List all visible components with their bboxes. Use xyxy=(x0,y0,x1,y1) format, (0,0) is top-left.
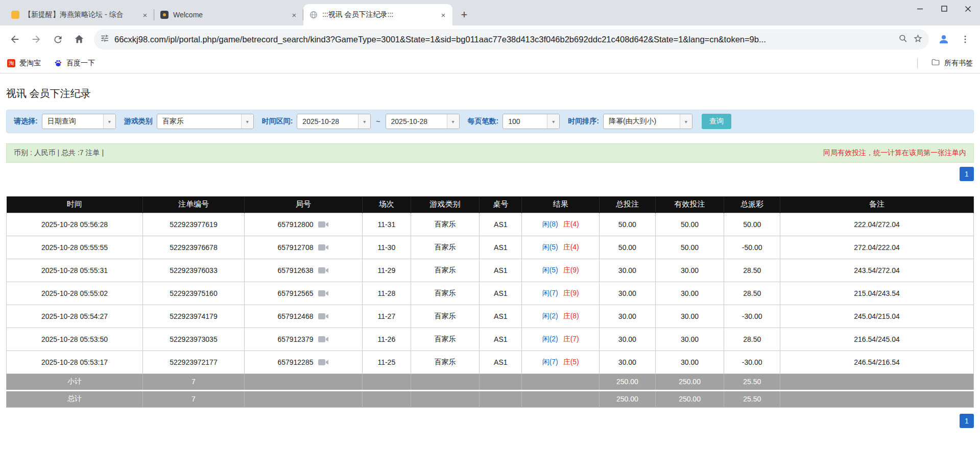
cell-session: 11-30 xyxy=(362,236,411,259)
cell-session: 11-26 xyxy=(362,328,411,350)
close-icon[interactable] xyxy=(956,0,980,17)
address-bar[interactable]: 66cxkj98.com/ipl/portal.php/game/betreco… xyxy=(94,29,929,49)
menu-dots-icon[interactable] xyxy=(955,30,975,49)
round-number: 657912800 xyxy=(277,220,313,229)
cell-payout: -30.00 xyxy=(724,350,780,373)
bookmark-star-icon[interactable] xyxy=(913,34,923,45)
pagination-bottom: 1 xyxy=(6,414,974,428)
page-content: 视讯 会员下注纪录 请选择: 日期查询 ▾ 游戏类别 百家乐 ▾ 时间区间: 2… xyxy=(0,73,980,428)
result-banker: 庄(8) xyxy=(563,312,579,320)
cell-payout: -50.00 xyxy=(724,236,780,259)
bookmark-baidu[interactable]: 百度一下 xyxy=(54,59,95,68)
search-button[interactable]: 查询 xyxy=(702,114,731,129)
tab-welcome[interactable]: Welcome × xyxy=(154,4,303,26)
date-from-select[interactable]: 2025-10-28 ▾ xyxy=(297,114,371,129)
result-banker: 庄(4) xyxy=(563,243,579,251)
tab-title: :::视讯 会员下注纪录::: xyxy=(322,10,434,19)
home-icon[interactable] xyxy=(69,30,89,49)
all-bookmarks-button[interactable]: 所有书签 xyxy=(931,58,973,68)
page-size-select[interactable]: 100 ▾ xyxy=(503,114,560,129)
replay-video-icon[interactable] xyxy=(318,220,329,229)
replay-video-icon[interactable] xyxy=(318,289,329,297)
chevron-down-icon[interactable]: ▾ xyxy=(103,114,115,129)
chevron-down-icon[interactable]: ▾ xyxy=(680,114,692,129)
page-1-button[interactable]: 1 xyxy=(960,167,974,181)
sort-select[interactable]: 降幂(由大到小) ▾ xyxy=(603,114,692,129)
minimize-icon[interactable] xyxy=(908,0,932,17)
cell-total-bet[interactable]: 50.00 xyxy=(599,213,655,236)
result-banker: 庄(4) xyxy=(563,220,579,228)
site-settings-icon[interactable] xyxy=(100,34,109,45)
welcome-favicon-icon xyxy=(160,11,169,19)
chevron-down-icon[interactable]: ▾ xyxy=(447,114,459,129)
subtotal-label: 小计 xyxy=(7,373,143,390)
replay-video-icon[interactable] xyxy=(318,312,329,320)
tab-forum[interactable]: 【新提醒】海燕策略论坛 - 综合 × xyxy=(5,4,154,26)
browser-toolbar: 66cxkj98.com/ipl/portal.php/game/betreco… xyxy=(0,26,980,53)
replay-video-icon[interactable] xyxy=(318,266,329,274)
cell-valid-bet: 50.00 xyxy=(655,236,724,259)
column-header: 备注 xyxy=(780,196,974,213)
url-input[interactable]: 66cxkj98.com/ipl/portal.php/game/betreco… xyxy=(114,35,893,44)
page-1-button[interactable]: 1 xyxy=(960,414,974,428)
tab-bet-records[interactable]: :::视讯 会员下注纪录::: × xyxy=(303,4,452,26)
cell-note: 243.54/272.04 xyxy=(780,259,974,282)
result-banker: 庄(7) xyxy=(563,335,579,343)
cell-round: 657912379 xyxy=(244,328,362,350)
cell-table-number: AS1 xyxy=(480,213,522,236)
result-player: 闲(2) xyxy=(542,312,558,320)
cell-total-bet[interactable]: 30.00 xyxy=(599,350,655,373)
total-count: 7 xyxy=(143,390,245,407)
bookmarks-bar: 淘 爱淘宝 百度一下 所有书签 xyxy=(0,53,980,73)
cell-total-bet[interactable]: 50.00 xyxy=(599,236,655,259)
table-row: 2025-10-28 05:55:55 522923976678 6579127… xyxy=(7,236,974,259)
replay-video-icon[interactable] xyxy=(318,358,329,366)
folder-icon xyxy=(931,58,940,68)
game-type-select[interactable]: 百家乐 ▾ xyxy=(157,114,254,129)
replay-video-icon[interactable] xyxy=(318,243,329,252)
bookmark-aitaobao[interactable]: 淘 爱淘宝 xyxy=(7,59,41,68)
cell-total-bet[interactable]: 30.00 xyxy=(599,259,655,282)
forward-icon[interactable] xyxy=(27,30,46,49)
cell-valid-bet: 30.00 xyxy=(655,350,724,373)
query-type-select[interactable]: 日期查询 ▾ xyxy=(42,114,116,129)
table-row: 2025-10-28 05:53:50 522923973035 6579123… xyxy=(7,328,974,350)
tab-close-icon[interactable]: × xyxy=(438,10,448,20)
pagination-top: 1 xyxy=(6,167,974,181)
cell-bet-id: 522923976033 xyxy=(143,259,245,282)
column-header: 总投注 xyxy=(599,196,655,213)
cell-total-bet[interactable]: 30.00 xyxy=(599,305,655,328)
date-to-select[interactable]: 2025-10-28 ▾ xyxy=(386,114,460,129)
tab-close-icon[interactable]: × xyxy=(140,10,150,20)
cell-session: 11-28 xyxy=(362,282,411,305)
maximize-icon[interactable] xyxy=(932,0,956,17)
cell-bet-id: 522923973035 xyxy=(143,328,245,350)
cell-note: 222.04/272.04 xyxy=(780,213,974,236)
table-row: 2025-10-28 05:53:17 522923972177 6579122… xyxy=(7,350,974,373)
cell-bet-id: 522923975160 xyxy=(143,282,245,305)
new-tab-button[interactable]: + xyxy=(457,7,472,22)
date-to-value: 2025-10-28 xyxy=(386,114,447,129)
bet-records-table: 时间注单编号局号场次游戏类别桌号结果总投注有效投注总派彩备注 2025-10-2… xyxy=(6,196,974,408)
chevron-down-icon[interactable]: ▾ xyxy=(358,114,370,129)
chevron-down-icon[interactable]: ▾ xyxy=(547,114,559,129)
bookmarks-divider xyxy=(917,58,918,68)
back-icon[interactable] xyxy=(5,30,25,49)
replay-video-icon[interactable] xyxy=(318,335,329,343)
profile-avatar[interactable] xyxy=(934,30,953,49)
cell-game-type: 百家乐 xyxy=(411,236,479,259)
result-banker: 庄(9) xyxy=(563,289,579,297)
tab-close-icon[interactable]: × xyxy=(289,10,299,20)
page-title: 视讯 会员下注纪录 xyxy=(6,73,974,110)
chevron-down-icon[interactable]: ▾ xyxy=(241,114,253,129)
sort-label: 时间排序: xyxy=(568,117,599,126)
reload-icon[interactable] xyxy=(48,30,67,49)
forum-favicon-icon xyxy=(11,11,19,19)
zoom-icon[interactable] xyxy=(898,34,908,45)
subtotal-valid-bet: 250.00 xyxy=(655,373,724,390)
game-type-label: 游戏类别 xyxy=(124,117,153,126)
cell-bet-id: 522923974179 xyxy=(143,305,245,328)
cell-total-bet[interactable]: 30.00 xyxy=(599,282,655,305)
cell-total-bet[interactable]: 30.00 xyxy=(599,328,655,350)
result-player: 闲(8) xyxy=(542,220,558,228)
